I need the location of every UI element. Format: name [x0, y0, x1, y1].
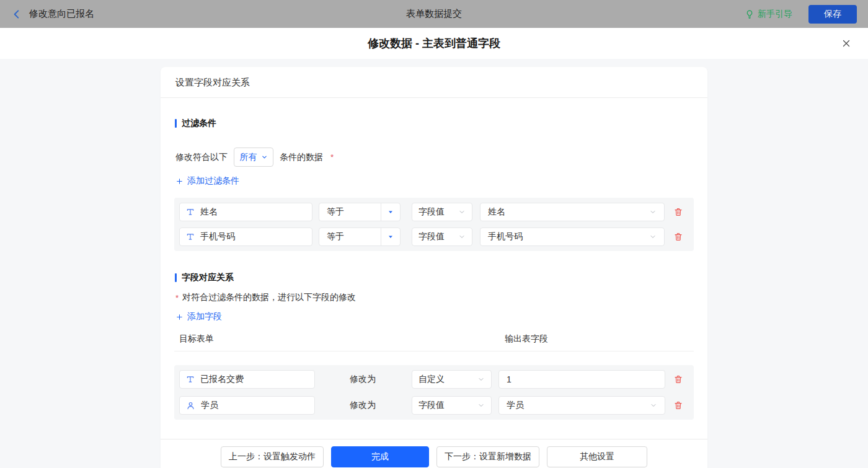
- mapping-field-value: 已报名交费: [200, 374, 244, 385]
- chevron-down-icon: [477, 376, 485, 383]
- mapping-value-input[interactable]: [507, 374, 657, 384]
- done-button[interactable]: 完成: [331, 446, 429, 467]
- dialog-footer: 上一步：设置触发动作 完成 下一步：设置新增数据 其他设置: [161, 439, 707, 468]
- prev-step-button[interactable]: 上一步：设置触发动作: [221, 446, 324, 467]
- section-accent-bar: [175, 119, 177, 128]
- filter-field-input[interactable]: 手机号码: [179, 227, 312, 246]
- trash-icon: [673, 207, 683, 217]
- mapping-field-input[interactable]: 学员: [179, 396, 315, 415]
- delete-row-button[interactable]: [673, 400, 683, 410]
- column-target-form: 目标表单: [179, 333, 214, 343]
- close-icon[interactable]: [841, 38, 852, 49]
- delete-row-button[interactable]: [673, 232, 683, 242]
- mapping-valuetype-select[interactable]: 自定义: [412, 370, 492, 389]
- mapping-row: 学员 修改为 字段值 学员: [179, 396, 689, 415]
- required-mark: *: [175, 293, 179, 302]
- filter-valuetype-select[interactable]: 字段值: [412, 227, 472, 246]
- match-suffix-label: 条件的数据: [280, 152, 323, 163]
- filter-operator-value: 等于: [319, 206, 381, 218]
- plus-icon: [175, 313, 184, 321]
- filter-value: 手机号码: [488, 231, 523, 242]
- mapping-value-field: [498, 370, 665, 389]
- mapping-section-title: 字段对应关系: [174, 272, 694, 283]
- trash-icon: [673, 400, 683, 410]
- filter-row: 姓名 等于 字段值 姓名: [179, 203, 689, 221]
- topbar-actions: 新手引导 保存: [745, 5, 857, 24]
- other-settings-button[interactable]: 其他设置: [547, 446, 647, 467]
- mapping-valuetype-value: 字段值: [418, 400, 445, 411]
- topbar: 修改意向已报名 表单数据提交 新手引导 保存: [0, 0, 868, 28]
- filter-value-select[interactable]: 手机号码: [480, 227, 665, 246]
- chevron-down-icon: [458, 208, 466, 216]
- chevron-down-icon: [649, 208, 657, 216]
- caret-down-icon[interactable]: [381, 203, 400, 221]
- match-mode-select[interactable]: 所有: [234, 148, 273, 167]
- modify-as-label: 修改为: [350, 400, 376, 411]
- settings-card: 设置字段对应关系 过滤条件 修改符合以下 所有 条件的数据 *: [161, 67, 707, 468]
- required-mark: *: [330, 152, 334, 162]
- mapping-value: 学员: [507, 400, 524, 411]
- add-filter-condition-link[interactable]: 添加过滤条件: [174, 175, 239, 187]
- delete-row-button[interactable]: [673, 207, 683, 217]
- chevron-down-icon: [458, 233, 466, 241]
- mapping-description: 对符合过滤条件的数据，进行以下字段的修改: [182, 292, 356, 303]
- chevron-down-icon: [477, 402, 485, 409]
- plus-icon: [175, 177, 184, 185]
- add-field-label: 添加字段: [187, 311, 222, 322]
- modify-as-label: 修改为: [350, 374, 376, 385]
- mapping-table-header: 目标表单 输出表字段: [174, 333, 694, 351]
- filter-field-input[interactable]: 姓名: [179, 203, 312, 221]
- card-content: 过滤条件 修改符合以下 所有 条件的数据 * 添加过滤条件: [161, 118, 707, 420]
- card-title: 设置字段对应关系: [161, 67, 707, 98]
- mapping-field-value: 学员: [201, 400, 218, 411]
- add-field-link[interactable]: 添加字段: [174, 311, 222, 322]
- back-nav[interactable]: 修改意向已报名: [11, 8, 94, 20]
- filter-field-value: 手机号码: [200, 231, 235, 242]
- filter-section-title-text: 过滤条件: [182, 118, 216, 129]
- save-button[interactable]: 保存: [808, 5, 857, 24]
- match-condition-row: 修改符合以下 所有 条件的数据 *: [174, 148, 694, 167]
- filter-rows-strip: 姓名 等于 字段值 姓名: [174, 198, 694, 251]
- dialog-header: 修改数据 - 主表到普通字段: [0, 28, 868, 59]
- beginner-guide-label: 新手引导: [758, 9, 792, 20]
- beginner-guide-link[interactable]: 新手引导: [745, 9, 792, 20]
- caret-down-icon[interactable]: [381, 228, 400, 245]
- mapping-valuetype-select[interactable]: 字段值: [412, 396, 492, 415]
- person-icon: [186, 401, 195, 410]
- filter-valuetype-select[interactable]: 字段值: [412, 203, 472, 221]
- column-output-field: 输出表字段: [505, 333, 548, 345]
- filter-section-title: 过滤条件: [174, 118, 694, 129]
- back-chevron-icon[interactable]: [11, 9, 22, 20]
- chevron-down-icon: [650, 402, 657, 409]
- filter-operator-combo[interactable]: 等于: [319, 227, 401, 246]
- mapping-valuetype-value: 自定义: [418, 374, 445, 385]
- trash-icon: [673, 232, 683, 242]
- add-filter-condition-label: 添加过滤条件: [187, 175, 239, 187]
- filter-operator-value: 等于: [319, 231, 381, 242]
- text-field-icon: [186, 375, 195, 384]
- dialog-title: 修改数据 - 主表到普通字段: [368, 36, 500, 51]
- lightbulb-icon: [745, 9, 755, 19]
- mapping-row: 已报名交费 修改为 自定义: [179, 370, 689, 389]
- back-label: 修改意向已报名: [29, 8, 94, 20]
- chevron-down-icon: [649, 233, 657, 241]
- mapping-rows-strip: 已报名交费 修改为 自定义: [174, 365, 694, 420]
- next-step-button[interactable]: 下一步：设置新增数据: [436, 446, 539, 467]
- dialog-body: 设置字段对应关系 过滤条件 修改符合以下 所有 条件的数据 *: [0, 59, 868, 468]
- match-prefix-label: 修改符合以下: [175, 152, 228, 163]
- filter-value: 姓名: [488, 206, 505, 218]
- delete-row-button[interactable]: [673, 374, 683, 384]
- mapping-field-input[interactable]: 已报名交费: [179, 370, 315, 389]
- mapping-description-row: * 对符合过滤条件的数据，进行以下字段的修改: [174, 292, 694, 303]
- mapping-value-select[interactable]: 学员: [498, 396, 665, 415]
- filter-value-select[interactable]: 姓名: [480, 203, 665, 221]
- text-field-icon: [186, 232, 195, 241]
- filter-operator-combo[interactable]: 等于: [319, 203, 401, 221]
- section-accent-bar: [175, 273, 177, 282]
- filter-valuetype-value: 字段值: [418, 231, 445, 242]
- filter-valuetype-value: 字段值: [418, 206, 445, 218]
- match-mode-value: 所有: [240, 152, 257, 163]
- trash-icon: [673, 374, 683, 384]
- filter-field-value: 姓名: [200, 206, 218, 218]
- filter-row: 手机号码 等于 字段值 手机号码: [179, 227, 689, 246]
